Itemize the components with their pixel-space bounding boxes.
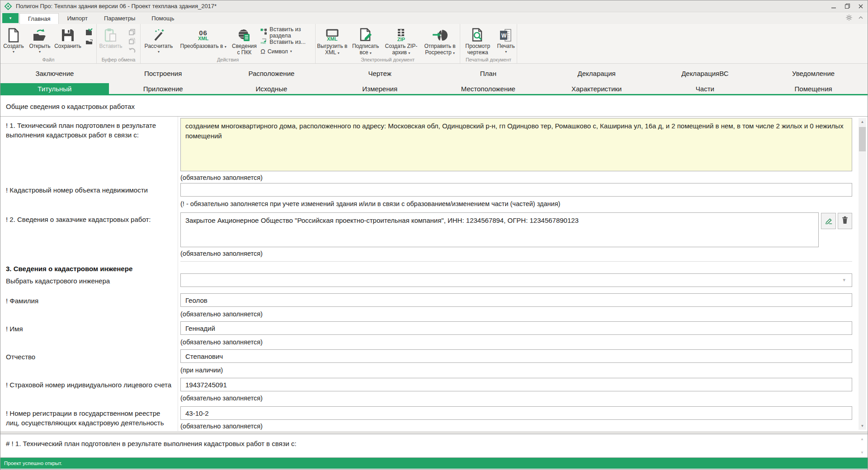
tab-izmereniya[interactable]: Измерения	[326, 83, 434, 94]
tab-chertezh[interactable]: Чертеж	[326, 64, 434, 83]
convert-button[interactable]: 06XML Преобразовать в ▾	[177, 25, 230, 56]
tab-uvedomlenie[interactable]: Уведомление	[759, 64, 868, 83]
print-button[interactable]: W Печать ▾	[495, 25, 517, 56]
panel-scroll-up-icon[interactable]: ▲	[860, 437, 864, 441]
close-button[interactable]	[854, 0, 868, 12]
calculate-button[interactable]: Рассчитать ▾	[141, 25, 177, 56]
cadastral-number-input[interactable]	[180, 183, 852, 197]
open-folder-icon	[33, 27, 47, 43]
surname-input[interactable]	[180, 293, 852, 307]
current-field-panel[interactable]: # ! 1. Технический план подготовлен в ре…	[0, 434, 868, 458]
ribbon: Создать ▾ Открыть ▾ Сохранить	[0, 24, 868, 64]
registry-number-input[interactable]	[180, 406, 852, 420]
save-button[interactable]: Сохранить	[53, 25, 83, 56]
ribbon-group-print: Просмотр чертежа W Печать ▾ Печатный док…	[460, 24, 517, 63]
paste-icon	[104, 27, 117, 43]
snils-input[interactable]	[180, 378, 852, 391]
file-menu-button[interactable]: ▾	[2, 13, 19, 23]
symbol-button[interactable]: Ω Символ ▾	[259, 47, 315, 55]
calculate-label: Рассчитать	[145, 43, 173, 50]
open-button[interactable]: Открыть ▾	[27, 25, 53, 56]
name-input[interactable]	[180, 321, 852, 335]
patronymic-input[interactable]	[180, 349, 852, 363]
caret-down-icon: ▾	[39, 50, 41, 54]
zip-create-button[interactable]: ZIP Создать ZIP-архив ▾	[382, 25, 420, 56]
ribbon-filler	[517, 24, 868, 63]
save-as-icon[interactable]	[85, 38, 93, 46]
undo-icon[interactable]	[128, 47, 136, 54]
tab-deklaraciya[interactable]: Декларация	[542, 64, 651, 83]
send-rosreestr-button[interactable]: Отправить в Росреестр ▾	[420, 25, 460, 56]
zip-create-label: Создать ZIP-архив ▾	[382, 43, 420, 56]
edit-customer-button[interactable]	[821, 213, 836, 229]
new-document-icon	[8, 27, 19, 43]
ribbon-group-label-clipboard: Буфер обмена	[97, 56, 140, 63]
insert-from-button[interactable]: XML Вставить из...	[259, 38, 315, 46]
save-label: Сохранить	[54, 43, 81, 50]
magic-wand-icon	[152, 27, 165, 43]
subsection-divider	[180, 261, 852, 262]
restore-button[interactable]	[840, 0, 854, 12]
insert-items-stack: Вставить из раздела XML Вставить из... Ω…	[259, 25, 315, 55]
minimize-button[interactable]	[827, 0, 840, 12]
tab-plan[interactable]: План	[434, 64, 542, 83]
pkk-info-button[interactable]: Сведения с ПКК	[230, 25, 259, 56]
tab-mestopolozhenie[interactable]: Местоположение	[434, 83, 542, 94]
paste-button[interactable]: Вставить	[97, 25, 125, 56]
tab-titulnyj[interactable]: Титульный	[0, 83, 109, 94]
choose-engineer-combobox[interactable]: ▾	[180, 273, 852, 287]
insert-section-icon	[260, 28, 267, 36]
create-label: Создать	[3, 43, 24, 50]
tab-pomescheniya[interactable]: Помещения	[759, 83, 868, 94]
section-tabs-row-2: Титульный Приложение Исходные Измерения …	[0, 83, 868, 94]
sign-all-button[interactable]: Подписать все ▾	[349, 25, 382, 56]
delete-customer-button[interactable]	[838, 213, 852, 229]
scrollbar-thumb[interactable]	[859, 127, 866, 151]
scroll-down-arrow[interactable]: ▼	[859, 422, 866, 430]
hint-required-1: (обязательно заполняется)	[180, 174, 263, 181]
tab-iskhodnye[interactable]: Исходные	[217, 83, 326, 94]
paste-special-icon[interactable]	[128, 38, 136, 45]
tab-kharakteristiki[interactable]: Характеристики	[542, 83, 651, 94]
caret-down-icon: ▾	[370, 51, 372, 55]
preview-drawing-button[interactable]: Просмотр чертежа	[460, 25, 495, 56]
scroll-up-arrow[interactable]: ▲	[859, 118, 866, 126]
panel-scroll-down-icon[interactable]: ▼	[860, 451, 864, 455]
export-xml-label: Выгрузить в XML ▾	[316, 43, 349, 56]
window-title: Полигон Про: Техплан здания версии 06 - …	[16, 3, 217, 9]
tab-prilozhenie[interactable]: Приложение	[109, 83, 217, 94]
tab-chasti[interactable]: Части	[651, 83, 760, 94]
menu-tab-parametry[interactable]: Параметры	[96, 13, 143, 24]
menu-tab-glavnaya[interactable]: Главная	[19, 13, 59, 24]
ribbon-group-label-file: Файл	[0, 56, 96, 63]
menu-tab-pomosch[interactable]: Помощь	[143, 13, 182, 24]
work-reason-textarea[interactable]: созданием многоквартирного дома, располо…	[180, 118, 852, 171]
customer-textarea[interactable]: Закрытое Акционерное Общество "Российска…	[180, 212, 819, 247]
copy-icon[interactable]	[128, 28, 136, 36]
tab-deklaraciya-vs[interactable]: ДекларацияВС	[651, 64, 760, 83]
form-scrollbar[interactable]: ▲ ▼	[859, 118, 866, 430]
insert-from-section-button[interactable]: Вставить из раздела	[259, 28, 315, 36]
export-xml-button[interactable]: XML Выгрузить в XML ▾	[316, 25, 349, 56]
settings-gear-icon[interactable]	[845, 14, 853, 21]
insert-from-icon: XML	[260, 38, 267, 46]
field-label-customer: ! 2. Сведения о заказчике кадастровых ра…	[6, 215, 174, 224]
tab-zaklyuchenie[interactable]: Заключение	[0, 64, 109, 83]
tab-postroeniya[interactable]: Построения	[109, 64, 217, 83]
field-label-name: ! Имя	[6, 324, 174, 334]
status-bar: Проект успешно открыт.	[0, 458, 868, 469]
xml06-icon: 06XML	[198, 27, 208, 43]
tab-raspolozhenie[interactable]: Расположение	[217, 64, 326, 83]
caret-down-icon: ▾	[225, 45, 226, 49]
zip-text: ZIP	[397, 37, 405, 42]
menu-tab-import[interactable]: Импорт	[59, 13, 95, 24]
ribbon-group-file: Создать ▾ Открыть ▾ Сохранить	[0, 24, 97, 63]
save-all-icon[interactable]	[85, 28, 93, 36]
create-button[interactable]: Создать ▾	[0, 25, 27, 56]
word-document-icon: W	[499, 27, 513, 43]
collapse-ribbon-icon[interactable]	[857, 14, 865, 21]
caret-down-icon: ▾	[338, 51, 340, 55]
trash-icon	[841, 216, 849, 226]
pkk-label: Сведения с ПКК	[230, 43, 259, 56]
section3-title: 3. Сведения о кадастровом инженере	[6, 265, 132, 273]
